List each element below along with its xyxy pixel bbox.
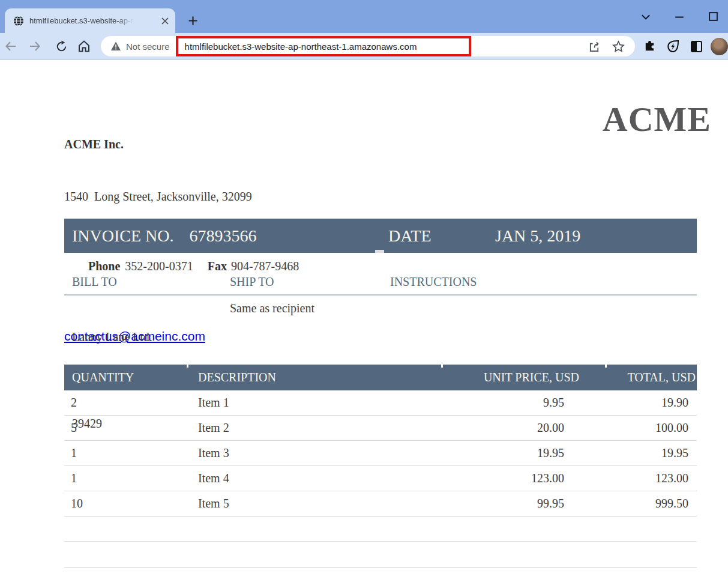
company-logo: ACME — [603, 102, 711, 137]
side-panel-icon[interactable] — [689, 39, 703, 53]
home-icon[interactable] — [77, 39, 91, 53]
bill-to-label: BILL TO — [64, 275, 230, 289]
tab-search-chevron-icon[interactable] — [639, 10, 652, 23]
tab-title: htmlfilebucket.s3-website-ap-nor — [29, 16, 136, 25]
items-table-header: QUANTITY DESCRIPTION UNIT PRICE, USD TOT… — [64, 365, 697, 390]
invoice-header-bar: INVOICE NO. 67893566 DATE JAN 5, 2019 — [64, 219, 697, 253]
new-tab-icon[interactable] — [185, 13, 200, 28]
bookmark-star-icon[interactable] — [611, 39, 625, 53]
table-row: 2 Item 1 9.95 19.90 — [64, 390, 697, 416]
window-controls — [639, 0, 723, 33]
profile-avatar[interactable] — [711, 38, 728, 55]
leaf-lightning-extension-icon[interactable] — [666, 39, 680, 53]
ship-to-label: SHIP TO — [230, 275, 390, 289]
browser-tab[interactable]: htmlfilebucket.s3-website-ap-nor — [5, 8, 175, 33]
globe-icon — [13, 16, 24, 26]
back-icon[interactable] — [4, 39, 18, 53]
invoice-page: ACME Inc. 1540 Long Street, Jacksonville… — [0, 60, 728, 588]
maximize-icon[interactable] — [706, 10, 720, 23]
minimize-icon[interactable] — [673, 10, 686, 23]
browser-window: htmlfilebucket.s3-website-ap-nor — [0, 0, 728, 588]
fax-value: 904-787-9468 — [231, 259, 299, 273]
address-bar-actions — [587, 39, 635, 53]
date-label: DATE — [388, 226, 432, 246]
instructions-label: INSTRUCTIONS — [390, 275, 697, 289]
fax-label: Fax — [208, 259, 227, 273]
items-table: QUANTITY DESCRIPTION UNIT PRICE, USD TOT… — [64, 365, 697, 568]
parties-headers: BILL TO SHIP TO INSTRUCTIONS — [64, 275, 697, 296]
company-name: ACME Inc. — [64, 136, 299, 153]
browser-toolbar: Not secure htmlfilebucket.s3-website-ap-… — [0, 33, 728, 60]
phone-value: 352-200-0371 — [125, 259, 193, 273]
phone-label: Phone — [88, 259, 120, 273]
col-description: DESCRIPTION — [188, 371, 442, 384]
url-highlight-box[interactable]: htmlfilebucket.s3-website-ap-northeast-1… — [176, 36, 471, 56]
col-quantity: QUANTITY — [64, 371, 188, 384]
invoice-no-value: 67893566 — [190, 226, 257, 246]
reload-icon[interactable] — [54, 39, 68, 53]
url-text[interactable]: htmlfilebucket.s3-website-ap-northeast-1… — [185, 41, 417, 52]
table-row: 5 Item 2 20.00 100.00 — [64, 416, 697, 441]
not-secure-warning-icon[interactable] — [110, 41, 121, 52]
tab-strip: htmlfilebucket.s3-website-ap-nor — [0, 0, 728, 33]
col-total: TOTAL, USD — [606, 371, 697, 384]
date-value: JAN 5, 2019 — [495, 226, 580, 246]
table-empty-row — [64, 542, 697, 568]
extensions-puzzle-icon[interactable] — [642, 39, 657, 53]
col-unit-price: UNIT PRICE, USD — [442, 371, 606, 384]
table-empty-row — [64, 517, 697, 542]
company-address: 1540 Long Street, Jacksonville, 32099 — [64, 188, 299, 205]
table-row: 10 Item 5 99.95 999.50 — [64, 491, 697, 517]
forward-icon[interactable] — [28, 39, 42, 53]
bill-to-line: Lanny Lane Ltd. — [72, 330, 230, 344]
extension-icons — [642, 39, 703, 53]
tab-close-icon[interactable] — [160, 16, 170, 26]
not-secure-label[interactable]: Not secure — [126, 41, 170, 52]
table-row: 1 Item 3 19.95 19.95 — [64, 441, 697, 466]
bar-notch — [375, 250, 384, 253]
invoice-no-label: INVOICE NO. — [72, 226, 174, 246]
share-icon[interactable] — [587, 39, 601, 53]
table-row: 1 Item 4 123.00 123.00 — [64, 466, 697, 491]
address-bar[interactable]: Not secure htmlfilebucket.s3-website-ap-… — [101, 36, 635, 56]
